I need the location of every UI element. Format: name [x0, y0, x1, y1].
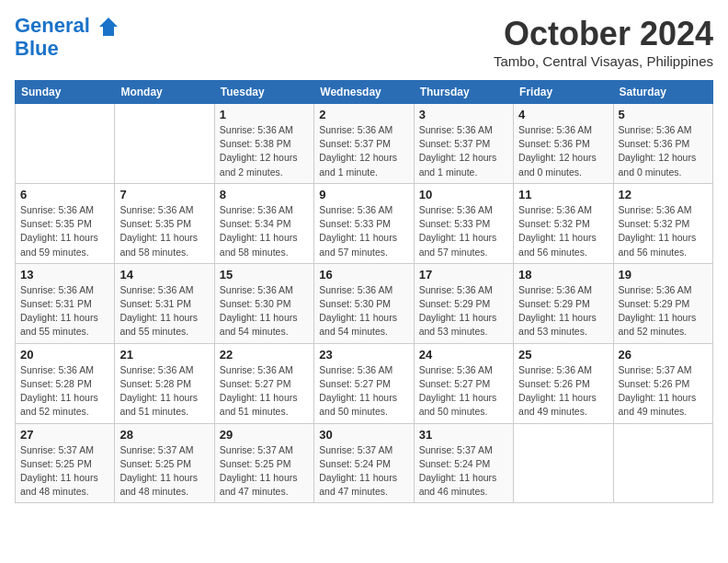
- day-info: Sunrise: 5:36 AMSunset: 5:26 PMDaylight:…: [518, 363, 608, 419]
- day-info: Sunrise: 5:36 AMSunset: 5:32 PMDaylight:…: [518, 203, 608, 259]
- title-block: October 2024 Tambo, Central Visayas, Phi…: [494, 15, 713, 69]
- calendar-cell: [16, 104, 115, 184]
- calendar-cell: 16Sunrise: 5:36 AMSunset: 5:30 PMDayligh…: [314, 263, 414, 343]
- day-info: Sunrise: 5:36 AMSunset: 5:37 PMDaylight:…: [319, 123, 408, 179]
- day-info: Sunrise: 5:36 AMSunset: 5:30 PMDaylight:…: [220, 283, 309, 339]
- day-number: 7: [119, 188, 209, 201]
- calendar-cell: 14Sunrise: 5:36 AMSunset: 5:31 PMDayligh…: [115, 263, 214, 343]
- day-info: Sunrise: 5:36 AMSunset: 5:35 PMDaylight:…: [119, 203, 209, 259]
- day-info: Sunrise: 5:36 AMSunset: 5:31 PMDaylight:…: [119, 283, 209, 339]
- calendar-cell: [115, 104, 214, 184]
- day-info: Sunrise: 5:36 AMSunset: 5:34 PMDaylight:…: [220, 203, 309, 259]
- day-number: 18: [518, 268, 608, 282]
- day-number: 29: [220, 428, 309, 442]
- day-number: 26: [619, 348, 708, 362]
- day-info: Sunrise: 5:36 AMSunset: 5:36 PMDaylight:…: [619, 123, 708, 179]
- calendar-cell: 3Sunrise: 5:36 AMSunset: 5:37 PMDaylight…: [414, 104, 513, 184]
- calendar-cell: 15Sunrise: 5:36 AMSunset: 5:30 PMDayligh…: [214, 263, 313, 343]
- day-info: Sunrise: 5:36 AMSunset: 5:31 PMDaylight:…: [20, 283, 109, 339]
- calendar-cell: 18Sunrise: 5:36 AMSunset: 5:29 PMDayligh…: [514, 263, 613, 343]
- calendar-cell: 6Sunrise: 5:36 AMSunset: 5:35 PMDaylight…: [16, 183, 115, 263]
- day-number: 9: [319, 188, 408, 201]
- calendar-cell: 11Sunrise: 5:36 AMSunset: 5:32 PMDayligh…: [514, 183, 613, 263]
- day-info: Sunrise: 5:37 AMSunset: 5:25 PMDaylight:…: [119, 443, 209, 500]
- day-number: 16: [319, 268, 408, 282]
- calendar-cell: 25Sunrise: 5:36 AMSunset: 5:26 PMDayligh…: [514, 343, 613, 423]
- day-info: Sunrise: 5:36 AMSunset: 5:27 PMDaylight:…: [220, 363, 309, 419]
- day-number: 24: [419, 348, 508, 362]
- logo-line2: Blue: [15, 38, 119, 60]
- week-row-0: 1Sunrise: 5:36 AMSunset: 5:38 PMDaylight…: [16, 104, 713, 184]
- calendar-cell: 17Sunrise: 5:36 AMSunset: 5:29 PMDayligh…: [414, 263, 513, 343]
- calendar-cell: 4Sunrise: 5:36 AMSunset: 5:36 PMDaylight…: [514, 104, 613, 184]
- calendar-cell: 8Sunrise: 5:36 AMSunset: 5:34 PMDaylight…: [214, 183, 313, 263]
- day-number: 3: [419, 108, 508, 121]
- calendar-cell: 26Sunrise: 5:37 AMSunset: 5:26 PMDayligh…: [613, 343, 712, 423]
- day-info: Sunrise: 5:36 AMSunset: 5:29 PMDaylight:…: [419, 283, 508, 339]
- calendar-cell: 24Sunrise: 5:36 AMSunset: 5:27 PMDayligh…: [414, 343, 513, 423]
- day-number: 11: [518, 188, 608, 201]
- day-info: Sunrise: 5:36 AMSunset: 5:27 PMDaylight:…: [319, 363, 408, 419]
- day-info: Sunrise: 5:36 AMSunset: 5:33 PMDaylight:…: [419, 203, 508, 259]
- weekday-header-row: SundayMondayTuesdayWednesdayThursdayFrid…: [16, 81, 713, 104]
- day-info: Sunrise: 5:37 AMSunset: 5:26 PMDaylight:…: [619, 363, 708, 419]
- day-info: Sunrise: 5:36 AMSunset: 5:28 PMDaylight:…: [20, 363, 109, 419]
- day-number: 23: [319, 348, 408, 362]
- week-row-4: 27Sunrise: 5:37 AMSunset: 5:25 PMDayligh…: [16, 423, 713, 503]
- calendar-cell: 20Sunrise: 5:36 AMSunset: 5:28 PMDayligh…: [16, 343, 115, 423]
- day-info: Sunrise: 5:36 AMSunset: 5:29 PMDaylight:…: [518, 283, 608, 339]
- day-info: Sunrise: 5:36 AMSunset: 5:33 PMDaylight:…: [319, 203, 408, 259]
- day-number: 1: [220, 108, 309, 121]
- day-info: Sunrise: 5:37 AMSunset: 5:24 PMDaylight:…: [419, 443, 508, 500]
- day-info: Sunrise: 5:36 AMSunset: 5:28 PMDaylight:…: [119, 363, 209, 419]
- weekday-header-friday: Friday: [514, 81, 613, 104]
- calendar-cell: 9Sunrise: 5:36 AMSunset: 5:33 PMDaylight…: [314, 183, 414, 263]
- day-number: 27: [20, 428, 109, 442]
- weekday-header-sunday: Sunday: [16, 81, 115, 104]
- day-number: 6: [20, 188, 109, 201]
- calendar-cell: 29Sunrise: 5:37 AMSunset: 5:25 PMDayligh…: [214, 423, 313, 503]
- day-info: Sunrise: 5:36 AMSunset: 5:27 PMDaylight:…: [419, 363, 508, 419]
- calendar-cell: 19Sunrise: 5:36 AMSunset: 5:29 PMDayligh…: [613, 263, 712, 343]
- weekday-header-saturday: Saturday: [613, 81, 712, 104]
- calendar-table: SundayMondayTuesdayWednesdayThursdayFrid…: [15, 80, 713, 503]
- calendar-cell: 27Sunrise: 5:37 AMSunset: 5:25 PMDayligh…: [16, 423, 115, 503]
- calendar-cell: 31Sunrise: 5:37 AMSunset: 5:24 PMDayligh…: [414, 423, 513, 503]
- day-info: Sunrise: 5:37 AMSunset: 5:25 PMDaylight:…: [20, 443, 109, 500]
- weekday-header-tuesday: Tuesday: [214, 81, 313, 104]
- day-info: Sunrise: 5:36 AMSunset: 5:29 PMDaylight:…: [619, 283, 708, 339]
- weekday-header-wednesday: Wednesday: [314, 81, 414, 104]
- calendar-cell: 22Sunrise: 5:36 AMSunset: 5:27 PMDayligh…: [214, 343, 313, 423]
- day-number: 13: [20, 268, 109, 282]
- calendar-cell: 28Sunrise: 5:37 AMSunset: 5:25 PMDayligh…: [115, 423, 214, 503]
- day-info: Sunrise: 5:36 AMSunset: 5:32 PMDaylight:…: [619, 203, 708, 259]
- day-number: 31: [419, 428, 508, 442]
- day-info: Sunrise: 5:36 AMSunset: 5:36 PMDaylight:…: [518, 123, 608, 179]
- calendar-cell: 7Sunrise: 5:36 AMSunset: 5:35 PMDaylight…: [115, 183, 214, 263]
- day-info: Sunrise: 5:36 AMSunset: 5:30 PMDaylight:…: [319, 283, 408, 339]
- calendar-cell: 1Sunrise: 5:36 AMSunset: 5:38 PMDaylight…: [214, 104, 313, 184]
- weekday-header-thursday: Thursday: [414, 81, 513, 104]
- calendar-cell: [514, 423, 613, 503]
- week-row-3: 20Sunrise: 5:36 AMSunset: 5:28 PMDayligh…: [16, 343, 713, 423]
- day-info: Sunrise: 5:37 AMSunset: 5:24 PMDaylight:…: [319, 443, 408, 500]
- day-number: 25: [518, 348, 608, 362]
- month-title: October 2024: [494, 15, 713, 53]
- day-number: 17: [419, 268, 508, 282]
- day-number: 10: [419, 188, 508, 201]
- calendar-cell: 10Sunrise: 5:36 AMSunset: 5:33 PMDayligh…: [414, 183, 513, 263]
- day-number: 28: [119, 428, 209, 442]
- day-number: 15: [220, 268, 309, 282]
- page-header: General Blue October 2024 Tambo, Central…: [15, 15, 713, 69]
- day-info: Sunrise: 5:37 AMSunset: 5:25 PMDaylight:…: [220, 443, 309, 500]
- day-number: 4: [518, 108, 608, 121]
- calendar-cell: 21Sunrise: 5:36 AMSunset: 5:28 PMDayligh…: [115, 343, 214, 423]
- day-number: 2: [319, 108, 408, 121]
- calendar-cell: 12Sunrise: 5:36 AMSunset: 5:32 PMDayligh…: [613, 183, 712, 263]
- day-info: Sunrise: 5:36 AMSunset: 5:35 PMDaylight:…: [20, 203, 109, 259]
- day-number: 21: [119, 348, 209, 362]
- day-number: 8: [220, 188, 309, 201]
- day-number: 14: [119, 268, 209, 282]
- day-number: 19: [619, 268, 708, 282]
- calendar-cell: 2Sunrise: 5:36 AMSunset: 5:37 PMDaylight…: [314, 104, 414, 184]
